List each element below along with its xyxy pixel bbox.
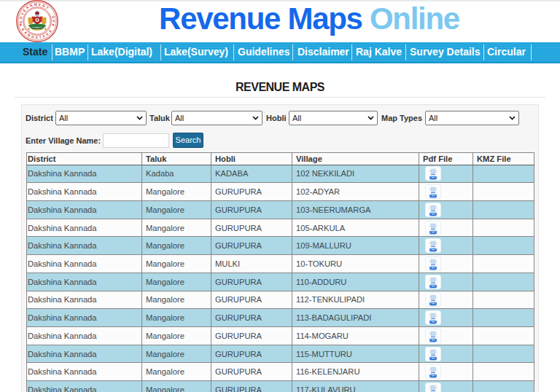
svg-text:★: ★: [52, 23, 55, 27]
svg-text:★: ★: [19, 23, 23, 27]
